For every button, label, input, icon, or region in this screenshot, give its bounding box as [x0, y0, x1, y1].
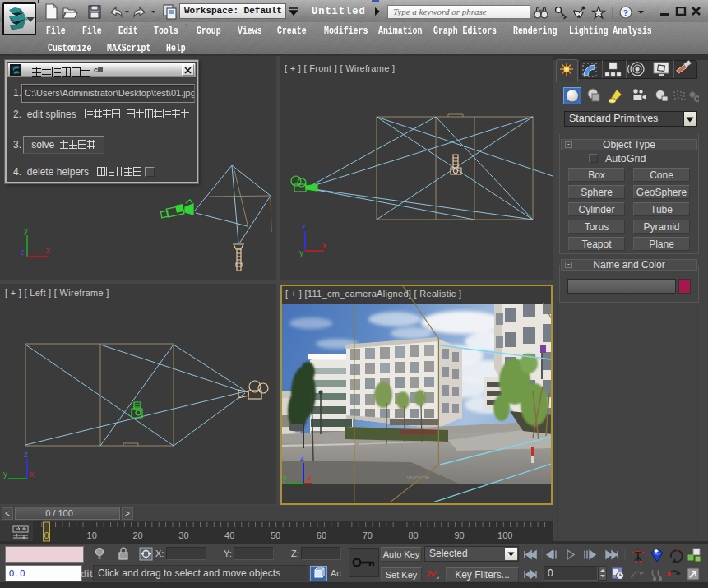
- svg-text:60: 60: [317, 530, 326, 540]
- svg-text:y: y: [3, 470, 7, 479]
- svg-text:70: 70: [363, 530, 373, 540]
- svg-text:z: z: [21, 248, 25, 257]
- svg-text:20: 20: [132, 530, 142, 540]
- svg-text:80: 80: [408, 530, 418, 540]
- svg-text:90: 90: [454, 530, 464, 540]
- svg-text:100: 100: [497, 530, 512, 540]
- svg-text:x: x: [46, 246, 50, 255]
- svg-text:30: 30: [178, 530, 188, 540]
- svg-text:z: z: [302, 222, 306, 231]
- svg-text:50: 50: [271, 530, 280, 540]
- svg-text:z: z: [24, 450, 28, 459]
- svg-text:x: x: [322, 241, 326, 250]
- svg-text:z: z: [300, 453, 304, 462]
- svg-text:y: y: [283, 474, 287, 483]
- svg-text:y: y: [299, 248, 303, 257]
- svg-text:10: 10: [87, 530, 97, 540]
- svg-text:?: ?: [623, 7, 628, 19]
- svg-text:x: x: [30, 470, 34, 479]
- svg-text:0: 0: [44, 530, 49, 540]
- svg-text:y: y: [24, 226, 28, 235]
- svg-text:40: 40: [224, 530, 234, 540]
- svg-text:VSCO.COM: VSCO.COM: [407, 475, 429, 480]
- svg-text:x: x: [308, 474, 312, 483]
